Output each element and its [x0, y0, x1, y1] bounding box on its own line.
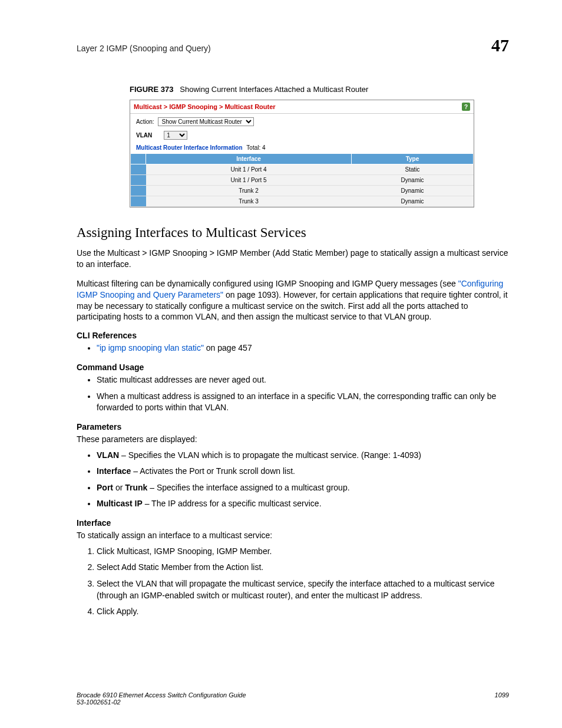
action-select[interactable]: Show Current Multicast Router — [158, 117, 254, 126]
list-item: "ip igmp snooping vlan static" on page 4… — [97, 342, 509, 354]
footer-title: Brocade 6910 Ethernet Access Switch Conf… — [77, 691, 246, 699]
step-item: Select Add Static Member from the Action… — [97, 562, 509, 574]
table-row: Unit 1 / Port 5Dynamic — [131, 175, 474, 186]
col-interface: Interface — [146, 154, 352, 164]
list-item: Static multicast addresses are never age… — [97, 374, 509, 386]
page-header: Layer 2 IGMP (Snooping and Query) 47 — [77, 35, 509, 55]
page-footer: Brocade 6910 Ethernet Access Switch Conf… — [77, 691, 509, 706]
list-item: Interface – Activates the Port or Trunk … — [97, 466, 509, 477]
intro-paragraph-1: Use the Multicast > IGMP Snooping > IGMP… — [77, 248, 509, 270]
list-item: When a multicast address is assigned to … — [97, 391, 509, 414]
parameters-heading: Parameters — [77, 422, 509, 431]
section-title: Assigning Interfaces to Multicast Servic… — [77, 225, 509, 241]
intro-paragraph-2: Multicast filtering can be dynamically c… — [77, 278, 509, 323]
figure-label: FIGURE 373 — [130, 85, 173, 94]
table-row: Unit 1 / Port 4Static — [131, 164, 474, 175]
figure-caption: FIGURE 373 Showing Current Interfaces At… — [130, 85, 509, 94]
breadcrumb: Multicast > IGMP Snooping > Multicast Ro… — [134, 103, 276, 110]
list-item: Port or Trunk – Specifies the interface … — [97, 482, 509, 494]
xref-link[interactable]: "ip igmp snooping vlan static" — [97, 343, 204, 353]
col-type: Type — [352, 154, 474, 164]
embedded-screenshot: Multicast > IGMP Snooping > Multicast Ro… — [130, 100, 474, 207]
table-row: Trunk 2Dynamic — [131, 186, 474, 196]
action-label: Action: — [136, 118, 154, 125]
figure-caption-text: Showing Current Interfaces Attached a Mu… — [180, 85, 368, 94]
step-item: Select the VLAN that will propagate the … — [97, 578, 509, 601]
breadcrumb-bar: Multicast > IGMP Snooping > Multicast Ro… — [130, 100, 474, 114]
command-usage-heading: Command Usage — [77, 363, 509, 372]
step-item: Click Multicast, IGMP Snooping, IGMP Mem… — [97, 546, 509, 558]
parameters-intro: These parameters are displayed: — [77, 434, 509, 445]
list-item: Multicast IP – The IP address for a spec… — [97, 498, 509, 510]
running-header-left: Layer 2 IGMP (Snooping and Query) — [77, 44, 211, 53]
help-icon[interactable]: ? — [462, 103, 470, 111]
chapter-number: 47 — [491, 35, 509, 55]
interface-heading: Interface — [77, 518, 509, 528]
vlan-select[interactable]: 1 — [164, 131, 187, 140]
info-title: Multicast Router Interface Information T… — [130, 143, 474, 153]
page-number: 1099 — [495, 691, 509, 706]
router-interface-table: Interface Type Unit 1 / Port 4Static Uni… — [130, 153, 474, 207]
cli-references-heading: CLI References — [77, 331, 509, 340]
footer-docnum: 53-1002651-02 — [77, 699, 246, 706]
step-item: Click Apply. — [97, 606, 509, 618]
list-item: VLAN – Specifies the VLAN which is to pr… — [97, 450, 509, 462]
table-row: Trunk 3Dynamic — [131, 196, 474, 207]
interface-intro: To statically assign an interface to a m… — [77, 530, 509, 541]
vlan-label: VLAN — [136, 132, 152, 139]
